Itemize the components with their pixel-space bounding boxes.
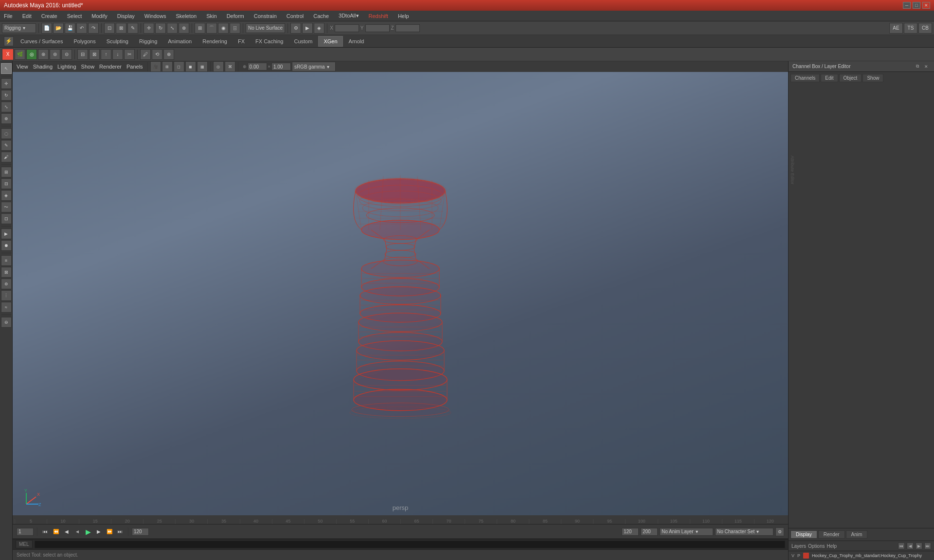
tab-rigging[interactable]: Rigging	[134, 36, 162, 47]
menu-modify[interactable]: Modify	[90, 12, 109, 20]
end-frame-input[interactable]	[132, 528, 149, 536]
snap-point-btn[interactable]: ◉	[218, 23, 229, 34]
xgen-tool-8[interactable]: ⊠	[89, 49, 100, 60]
mel-input[interactable]	[35, 541, 785, 548]
cb-tab-show[interactable]: Show	[862, 74, 883, 82]
tab-fxcaching[interactable]: FX Caching	[251, 36, 288, 47]
close-button[interactable]: ✕	[922, 2, 930, 9]
menu-file[interactable]: File	[2, 12, 15, 20]
open-file-btn[interactable]: 📂	[53, 23, 64, 34]
rotate-tool[interactable]: ↻	[1, 90, 12, 101]
next-frame-btn[interactable]: ▶	[94, 527, 103, 536]
cb-close-btn[interactable]: ✕	[922, 63, 930, 70]
maximize-button[interactable]: □	[913, 2, 920, 9]
soft-select[interactable]: ◌	[1, 128, 12, 139]
gamma-input[interactable]	[271, 63, 291, 70]
render-btn[interactable]: ▶	[302, 23, 313, 34]
menu-windows[interactable]: Windows	[143, 12, 168, 20]
layer-nav-skip-fwd[interactable]: ⏭	[924, 542, 931, 549]
vp-menu-renderer[interactable]: Renderer	[97, 63, 124, 70]
snap-grid-btn[interactable]: ⊞	[195, 23, 205, 34]
xgen-tool-13[interactable]: ⟲	[152, 49, 162, 60]
layer-item-name[interactable]: Hockey_Cup_Trophy_mb_standart:Hockey_Cup…	[812, 553, 922, 558]
cb-float-btn[interactable]: ⧉	[914, 63, 921, 70]
render-view[interactable]: ▶	[1, 228, 12, 239]
mode-dropdown[interactable]: Rigging ▾	[2, 23, 36, 33]
vp-textured-btn[interactable]: ▦	[197, 61, 208, 72]
menu-skeleton[interactable]: Skeleton	[174, 12, 198, 20]
menu-create[interactable]: Create	[39, 12, 59, 20]
menu-select[interactable]: Select	[65, 12, 84, 20]
layer-nav-fwd[interactable]: ▶	[916, 542, 922, 549]
menu-edit[interactable]: Edit	[20, 12, 34, 20]
xgen-tool-12[interactable]: 🖊	[140, 49, 151, 60]
node-editor[interactable]: ⋮	[1, 290, 12, 301]
rbt-render[interactable]: Render	[818, 530, 845, 539]
vp-cam-btn[interactable]: 🎥	[150, 61, 161, 72]
pb-settings-btn[interactable]: ⚙	[775, 527, 784, 536]
xgen-tool-4[interactable]: ⊛	[38, 49, 49, 60]
menu-cache[interactable]: Cache	[311, 12, 331, 20]
select-tool-btn[interactable]: ⊡	[104, 23, 115, 34]
misc-btn[interactable]: ⊖	[1, 317, 12, 328]
layer-nav-skip-back[interactable]: ⏮	[898, 542, 905, 549]
universal-manip-btn[interactable]: ⊕	[179, 23, 189, 34]
tab-sculpting[interactable]: Sculpting	[102, 36, 133, 47]
hypershade[interactable]: ◈	[1, 190, 12, 201]
character-set-dropdown[interactable]: No Character Set ▾	[715, 528, 773, 536]
snap-proj-btn[interactable]: ⌻	[230, 23, 240, 34]
menu-control[interactable]: Control	[285, 12, 305, 20]
xgen-tool-5[interactable]: ⊜	[50, 49, 60, 60]
xgen-tool-14[interactable]: ⊕	[163, 49, 174, 60]
xgen-tool-10[interactable]: ↓	[112, 49, 123, 60]
select-tool[interactable]: ↖	[1, 63, 12, 74]
cb-tab-channels[interactable]: Channels	[790, 74, 820, 82]
vp-solid-btn[interactable]: ◼	[185, 61, 196, 72]
rotate-tool-btn[interactable]: ↻	[155, 23, 166, 34]
xgen-tool-2[interactable]: 🌿	[15, 49, 25, 60]
snap-curve-btn[interactable]: ⌒	[206, 23, 217, 34]
vp-smooth-btn[interactable]: ⌘	[225, 61, 235, 72]
uv-editor[interactable]: ⊡	[1, 213, 12, 224]
vp-menu-view[interactable]: View	[15, 63, 30, 70]
current-frame-input[interactable]	[17, 528, 34, 536]
blend-shape[interactable]: ≈	[1, 302, 12, 313]
render-settings-btn[interactable]: ⚙	[290, 23, 301, 34]
sculpt[interactable]: ✎	[1, 140, 12, 151]
tab-arnold[interactable]: Arnold	[344, 36, 369, 47]
paint-weights[interactable]: 🖌	[1, 152, 12, 162]
undo-btn[interactable]: ↶	[76, 23, 87, 34]
layer-editor[interactable]: ≡	[1, 255, 12, 266]
menu-skin[interactable]: Skin	[204, 12, 218, 20]
tab-xgen[interactable]: XGen	[318, 36, 342, 47]
menu-help[interactable]: Help	[396, 12, 411, 20]
tab-curves-surfaces[interactable]: Curves / Surfaces	[16, 36, 68, 47]
ipr-btn[interactable]: ◈	[314, 23, 324, 34]
z-input[interactable]	[395, 24, 420, 32]
exposure-input[interactable]	[248, 63, 267, 70]
timeline-ruler[interactable]: 5 10 15 20 25 30 35 40 45 50 55 60 65 70	[13, 515, 788, 524]
vp-menu-shading[interactable]: Shading	[31, 63, 54, 70]
scale-tool-btn[interactable]: ⤡	[167, 23, 178, 34]
layer-nav-back[interactable]: ◀	[907, 542, 914, 549]
anim-layer-dropdown[interactable]: No Anim Layer ▾	[660, 528, 713, 536]
menu-redshift[interactable]: Redshift	[367, 12, 390, 20]
menu-constrain[interactable]: Constrain	[252, 12, 279, 20]
gamma-dropdown[interactable]: sRGB gamma ▾	[292, 62, 336, 71]
paint-select-btn[interactable]: ✎	[127, 23, 138, 34]
new-file-btn[interactable]: 📄	[41, 23, 52, 34]
layout-btn[interactable]: ⊞	[1, 167, 12, 177]
xgen-tool-3[interactable]: ◎	[26, 49, 37, 60]
cb-tab-object[interactable]: Object	[839, 74, 862, 82]
vp-grid-btn[interactable]: ⊞	[162, 61, 173, 72]
prev-frame-btn[interactable]: ◀	[62, 527, 71, 536]
menu-display[interactable]: Display	[115, 12, 137, 20]
xgen-tool-7[interactable]: ⊟	[77, 49, 88, 60]
play-back-btn[interactable]: ◄	[73, 527, 82, 536]
xgen-tool-6[interactable]: ⊝	[61, 49, 72, 60]
save-file-btn[interactable]: 💾	[65, 23, 75, 34]
minimize-button[interactable]: ─	[903, 2, 911, 9]
graph-editor[interactable]: 〜	[1, 202, 12, 212]
tab-animation[interactable]: Animation	[163, 36, 197, 47]
move-tool-btn[interactable]: ✛	[144, 23, 154, 34]
